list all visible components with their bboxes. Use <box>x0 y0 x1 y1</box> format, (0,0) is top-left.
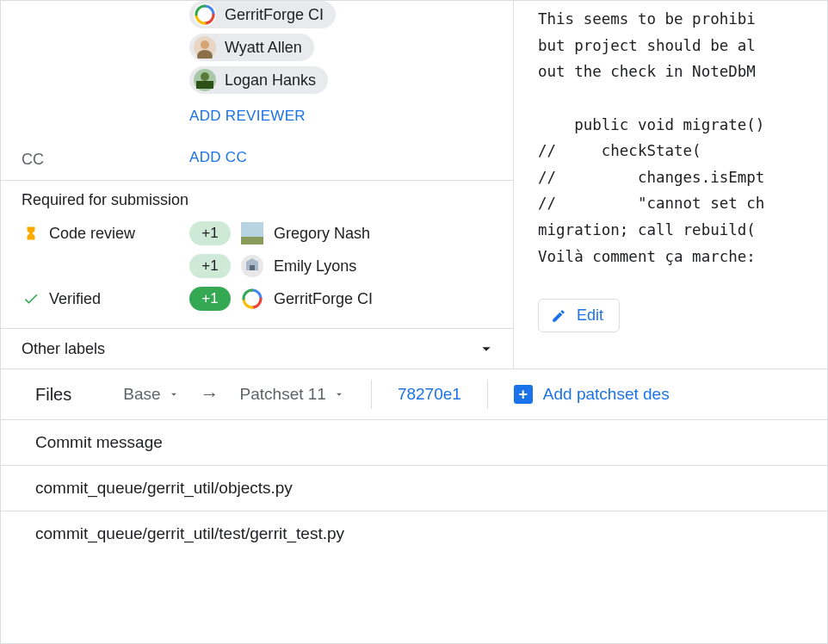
patchset-dropdown[interactable]: Patchset 11 <box>240 385 345 404</box>
avatar <box>241 288 263 310</box>
add-cc-button[interactable]: ADD CC <box>189 146 513 170</box>
avatar <box>194 3 216 26</box>
plus-icon: + <box>514 385 533 404</box>
other-labels-toggle[interactable]: Other labels <box>1 329 513 368</box>
vote-pill: +1 <box>189 287 231 311</box>
arrow-right-icon: → <box>201 383 219 406</box>
svg-rect-5 <box>196 81 213 89</box>
reviewer-chip[interactable]: Logan Hanks <box>189 66 328 94</box>
reviewer-name: GerritForge CI <box>225 6 324 24</box>
requirement-name: Code review <box>49 225 135 243</box>
reviewer-name: Wyatt Allen <box>225 39 302 57</box>
avatar <box>194 69 216 91</box>
check-icon <box>22 290 40 307</box>
svg-point-2 <box>201 40 209 49</box>
reviewer-chip[interactable]: GerritForge CI <box>189 1 336 28</box>
pencil-icon <box>551 308 566 324</box>
requirement-row: Code review+1Gregory Nash <box>22 221 492 245</box>
add-patchset-desc-button[interactable]: + Add patchset des <box>514 385 670 404</box>
files-title: Files <box>35 385 71 405</box>
svg-rect-8 <box>241 237 263 245</box>
base-dropdown[interactable]: Base <box>123 385 179 404</box>
edit-label: Edit <box>577 307 603 325</box>
add-reviewer-button[interactable]: ADD REVIEWER <box>189 104 513 128</box>
cc-label: CC <box>22 146 189 169</box>
commit-message-preview: This seems to be prohibi but project sho… <box>538 1 827 269</box>
avatar <box>241 222 263 245</box>
reviewers-list: GerritForge CIWyatt AllenLogan HanksADD … <box>189 1 513 128</box>
avatar <box>194 36 216 59</box>
reviewer-name: Logan Hanks <box>225 71 316 90</box>
requirement-name: Verified <box>49 290 101 308</box>
voter-name: Emily Lyons <box>274 257 356 276</box>
requirement-row: Verified+1GerritForge CI <box>22 287 492 311</box>
vote-pill: +1 <box>189 221 231 245</box>
reviewer-chip[interactable]: Wyatt Allen <box>189 34 314 61</box>
requirement-row: +1Emily Lyons <box>22 254 492 278</box>
vote-pill: +1 <box>189 254 231 278</box>
hourglass-icon <box>22 225 40 242</box>
svg-rect-9 <box>241 222 263 237</box>
other-labels-text: Other labels <box>22 340 105 358</box>
svg-point-6 <box>201 72 209 81</box>
submission-header: Required for submission <box>22 191 492 209</box>
caret-down-icon <box>168 388 180 400</box>
voter-name: GerritForge CI <box>274 290 373 308</box>
commit-hash-link[interactable]: 78270e1 <box>398 385 461 404</box>
svg-rect-11 <box>250 265 255 270</box>
edit-button[interactable]: Edit <box>538 299 620 332</box>
file-row[interactable]: Commit message <box>1 419 827 465</box>
files-toolbar: Files Base → Patchset 11 78270e1 + Add p… <box>1 368 827 419</box>
chevron-down-icon <box>477 339 496 358</box>
avatar <box>241 255 263 277</box>
voter-name: Gregory Nash <box>274 225 370 243</box>
file-row[interactable]: commit_queue/gerrit_util/test/gerrit_tes… <box>1 511 827 556</box>
caret-down-icon <box>333 388 345 400</box>
file-row[interactable]: commit_queue/gerrit_util/objects.py <box>1 465 827 511</box>
